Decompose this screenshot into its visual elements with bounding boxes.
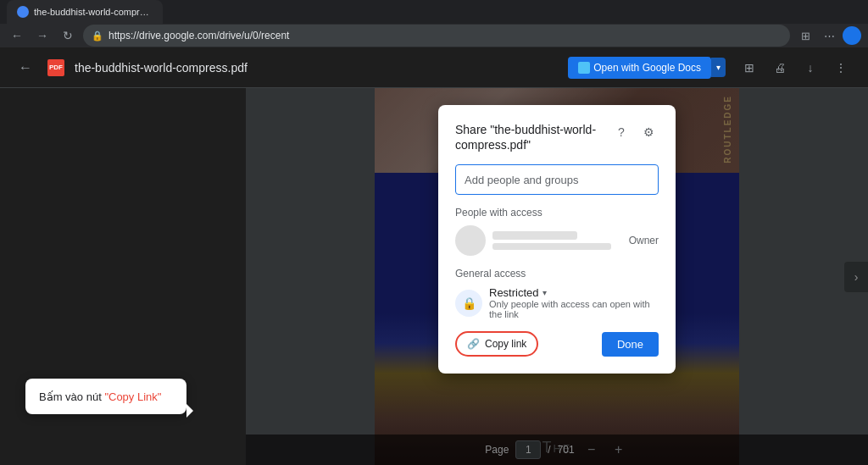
access-type: Restricted ▾ bbox=[489, 286, 659, 299]
grid-view-button[interactable]: ⊞ bbox=[736, 54, 763, 81]
open-docs-dropdown[interactable]: ▾ bbox=[711, 58, 726, 77]
address-bar[interactable]: 🔒 https://drive.google.com/drive/u/0/rec… bbox=[83, 25, 790, 47]
access-type-text: Restricted bbox=[489, 286, 539, 299]
tooltip-prefix: Bấm vào nút bbox=[39, 390, 104, 403]
back-button[interactable]: ← bbox=[7, 25, 27, 46]
owner-label: Owner bbox=[629, 235, 659, 246]
file-name-label: the-buddhist-world-compress.pdf bbox=[75, 61, 248, 75]
done-button[interactable]: Done bbox=[602, 332, 659, 357]
open-docs-label: Open with Google Docs bbox=[593, 62, 701, 74]
access-dropdown-arrow[interactable]: ▾ bbox=[542, 288, 547, 297]
file-type-icon: PDF bbox=[47, 59, 64, 76]
dialog-title: Share "the-buddhist-world-compress.pdf" bbox=[455, 122, 611, 152]
person-name bbox=[492, 231, 577, 240]
forward-button[interactable]: → bbox=[32, 25, 53, 46]
browser-more-button[interactable]: ⋯ bbox=[819, 25, 839, 46]
browser-nav: ← → ↻ 🔒 https://drive.google.com/drive/u… bbox=[0, 24, 868, 47]
dialog-footer: 🔗 Copy link Done bbox=[455, 331, 659, 357]
copy-link-icon: 🔗 bbox=[467, 338, 480, 350]
drive-toolbar: ← PDF the-buddhist-world-compress.pdf Op… bbox=[0, 47, 868, 88]
share-settings-button[interactable]: ⚙ bbox=[638, 122, 659, 142]
refresh-button[interactable]: ↻ bbox=[58, 25, 78, 46]
access-description: Only people with access can open with th… bbox=[489, 299, 659, 319]
dialog-icon-buttons: ? ⚙ bbox=[611, 122, 659, 142]
access-info: Restricted ▾ Only people with access can… bbox=[489, 286, 659, 319]
general-access-label: General access bbox=[455, 268, 659, 280]
modal-overlay: Share "the-buddhist-world-compress.pdf" … bbox=[246, 88, 868, 465]
person-details bbox=[492, 231, 611, 250]
active-tab[interactable]: the-buddhist-world-compress.pdf bbox=[7, 0, 163, 24]
person-avatar bbox=[455, 225, 486, 256]
people-section-label: People with access bbox=[455, 207, 659, 219]
docs-icon bbox=[578, 62, 590, 74]
ssl-icon: 🔒 bbox=[92, 30, 103, 42]
more-options-button[interactable]: ⋮ bbox=[827, 54, 854, 81]
share-info-button[interactable]: ? bbox=[611, 122, 632, 142]
person-info bbox=[455, 225, 611, 256]
lock-icon: 🔒 bbox=[455, 290, 482, 317]
extensions-button[interactable]: ⊞ bbox=[795, 25, 815, 46]
share-dialog: Share "the-buddhist-world-compress.pdf" … bbox=[438, 105, 676, 374]
toolbar-icon-buttons: ⊞ 🖨 ↓ ⋮ bbox=[736, 54, 854, 81]
browser-chrome: the-buddhist-world-compress.pdf ← → ↻ 🔒 … bbox=[0, 0, 868, 47]
copy-link-button[interactable]: 🔗 Copy link bbox=[455, 331, 538, 357]
person-email bbox=[492, 243, 611, 250]
profile-button[interactable] bbox=[843, 26, 861, 45]
tooltip-text: Bấm vào nút "Copy Link" bbox=[39, 390, 161, 403]
open-in-docs-button[interactable]: Open with Google Docs bbox=[568, 57, 711, 79]
tooltip-highlight: "Copy Link" bbox=[104, 390, 161, 403]
tab-bar: the-buddhist-world-compress.pdf bbox=[0, 0, 868, 24]
tab-favicon bbox=[17, 6, 29, 18]
add-people-input[interactable] bbox=[455, 164, 659, 195]
access-row: 🔒 Restricted ▾ Only people with access c… bbox=[455, 286, 659, 319]
tooltip-bubble: Bấm vào nút "Copy Link" bbox=[25, 379, 186, 414]
open-docs-group: Open with Google Docs ▾ bbox=[568, 57, 726, 79]
address-text: https://drive.google.com/drive/u/0/recen… bbox=[108, 30, 289, 42]
people-row: Owner bbox=[455, 225, 659, 256]
print-button[interactable]: 🖨 bbox=[766, 54, 793, 81]
dialog-header: Share "the-buddhist-world-compress.pdf" … bbox=[455, 122, 659, 152]
drive-back-button[interactable]: ← bbox=[14, 56, 37, 80]
pdf-viewer: ROUTLEDGE The Page / 701 − + › Share "th… bbox=[246, 88, 868, 465]
copy-link-label: Copy link bbox=[485, 338, 526, 350]
browser-actions: ⊞ ⋯ bbox=[795, 25, 861, 46]
general-access-section: General access 🔒 Restricted ▾ Only peopl… bbox=[455, 268, 659, 319]
tab-title: the-buddhist-world-compress.pdf bbox=[34, 7, 153, 17]
download-button[interactable]: ↓ bbox=[797, 54, 824, 81]
